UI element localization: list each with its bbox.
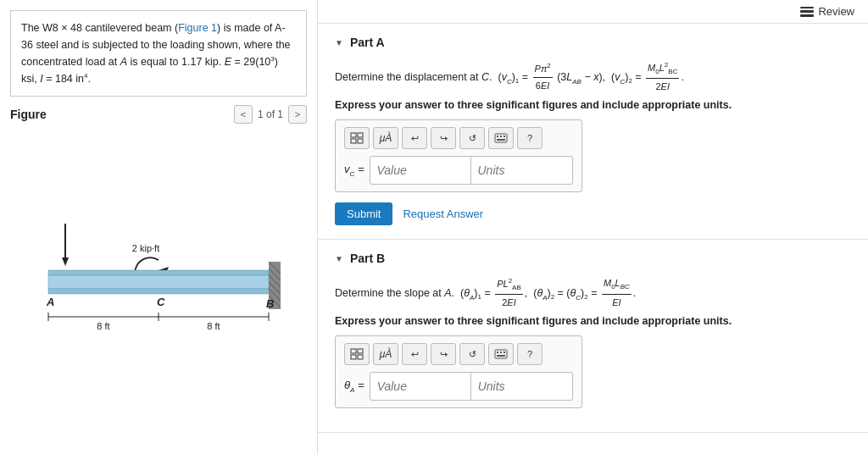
figure-diagram: 2 kip·ft A B C 8 ft (10, 130, 307, 444)
part-b-title: Part B (350, 252, 385, 265)
matrix-tool-btn[interactable] (344, 127, 370, 149)
svg-text:8 ft: 8 ft (207, 321, 220, 331)
formula-frac-2: M0L2BC 2EI (646, 59, 679, 96)
svg-rect-31 (504, 136, 505, 137)
svg-rect-28 (495, 134, 507, 142)
svg-rect-34 (358, 349, 363, 353)
diagram-svg: 2 kip·ft A B C 8 ft (23, 211, 294, 363)
svg-rect-33 (351, 349, 356, 353)
part-b-refresh-tool-btn[interactable]: ↺ (459, 343, 485, 365)
parts-container: ▼ Part A Determine the displacement at C… (318, 24, 868, 454)
svg-rect-36 (358, 355, 363, 359)
part-a-value-input[interactable] (370, 156, 471, 185)
svg-rect-39 (500, 352, 502, 353)
part-b-answer-area: μÀ ↩ ↪ ↺ ? (335, 335, 582, 408)
svg-rect-32 (497, 139, 505, 141)
problem-text: The W8 × 48 cantilevered beam (Figure 1)… (10, 10, 307, 97)
part-b-matrix-icon (350, 348, 364, 360)
part-a-instruction: Express your answer to three significant… (335, 99, 851, 111)
svg-rect-5 (48, 275, 269, 289)
part-b-description: Determine the slope at A. (θA)1 = PL2AB … (335, 275, 851, 312)
part-b-section: ▼ Part B Determine the slope at A. (θA)1… (318, 240, 868, 433)
svg-rect-38 (497, 352, 498, 353)
svg-rect-24 (351, 133, 356, 137)
help-tool-btn[interactable]: ? (517, 127, 542, 149)
keyboard-icon (494, 133, 508, 143)
svg-marker-1 (62, 257, 69, 266)
part-a-request-answer-link[interactable]: Request Answer (403, 208, 483, 220)
review-label: Review (818, 5, 854, 18)
formula-frac-1: Pπ2 6EI (533, 60, 553, 95)
refresh-tool-btn[interactable]: ↺ (459, 127, 485, 149)
review-bar: Review (318, 0, 868, 24)
part-a-input-label: vC = (344, 163, 364, 178)
svg-rect-4 (48, 270, 269, 275)
figure-link[interactable]: Figure 1 (178, 22, 217, 34)
part-b-toolbar: μÀ ↩ ↪ ↺ ? (344, 343, 573, 365)
svg-text:A: A (46, 296, 54, 308)
formula-b-frac-1: PL2AB 2EI (495, 275, 523, 312)
part-a-action-row: Submit Request Answer (335, 202, 851, 225)
svg-rect-30 (500, 136, 502, 137)
figure-page: 1 of 1 (258, 108, 283, 120)
part-a-description: Determine the displacement at C. (vC)1 =… (335, 59, 851, 96)
figure-nav: < 1 of 1 > (234, 105, 307, 124)
figure-next-btn[interactable]: > (288, 105, 307, 124)
svg-rect-41 (497, 355, 505, 357)
review-button[interactable]: Review (800, 5, 854, 18)
part-b-redo-tool-btn[interactable]: ↪ (431, 343, 456, 365)
part-b-undo-tool-btn[interactable]: ↩ (402, 343, 427, 365)
svg-rect-35 (351, 355, 356, 359)
part-b-help-tool-btn[interactable]: ? (517, 343, 542, 365)
svg-text:8 ft: 8 ft (97, 321, 109, 331)
figure-prev-btn[interactable]: < (234, 105, 253, 124)
part-a-submit-btn[interactable]: Submit (335, 202, 392, 225)
svg-rect-26 (351, 139, 356, 143)
part-b-matrix-tool-btn[interactable] (344, 343, 370, 365)
part-a-arrow: ▼ (335, 38, 343, 47)
part-a-answer-area: μÀ ↩ ↪ ↺ ? (335, 119, 582, 192)
part-a-units-input[interactable] (471, 156, 573, 185)
svg-rect-37 (495, 350, 507, 358)
right-panel: Review ▼ Part A Determine the displaceme… (318, 0, 868, 454)
part-a-input-row: vC = (344, 156, 573, 185)
figure-header: Figure < 1 of 1 > (10, 105, 307, 124)
part-b-keyboard-icon (494, 349, 508, 359)
svg-text:B: B (266, 297, 274, 310)
svg-rect-40 (504, 352, 505, 353)
part-a-section: ▼ Part A Determine the displacement at C… (318, 24, 868, 240)
part-b-instruction: Express your answer to three significant… (335, 315, 851, 327)
matrix-icon (350, 132, 364, 144)
part-b-keyboard-tool-btn[interactable] (488, 343, 514, 365)
part-a-title: Part A (350, 36, 385, 49)
part-b-input-row: θA = (344, 372, 573, 401)
formula-b-frac-2: M0LBC EI (602, 275, 632, 311)
part-a-header[interactable]: ▼ Part A (335, 36, 851, 49)
svg-rect-25 (358, 133, 363, 137)
keyboard-tool-btn[interactable] (488, 127, 514, 149)
svg-text:C: C (157, 296, 165, 308)
mu-tool-btn[interactable]: μÀ (373, 127, 398, 149)
svg-text:2 kip·ft: 2 kip·ft (132, 243, 159, 253)
part-b-input-label: θA = (344, 379, 364, 394)
part-b-header[interactable]: ▼ Part B (335, 252, 851, 265)
part-b-mu-tool-btn[interactable]: μÀ (373, 343, 398, 365)
part-b-value-input[interactable] (370, 372, 471, 401)
svg-rect-27 (358, 139, 363, 143)
review-icon (800, 7, 814, 17)
part-b-units-input[interactable] (471, 372, 573, 401)
part-a-toolbar: μÀ ↩ ↪ ↺ ? (344, 127, 573, 149)
redo-tool-btn[interactable]: ↪ (431, 127, 456, 149)
figure-title: Figure (10, 108, 47, 121)
svg-rect-6 (48, 289, 269, 294)
svg-rect-29 (497, 136, 498, 137)
part-b-arrow: ▼ (335, 254, 343, 263)
undo-tool-btn[interactable]: ↩ (402, 127, 427, 149)
left-panel: The W8 × 48 cantilevered beam (Figure 1)… (0, 0, 318, 454)
